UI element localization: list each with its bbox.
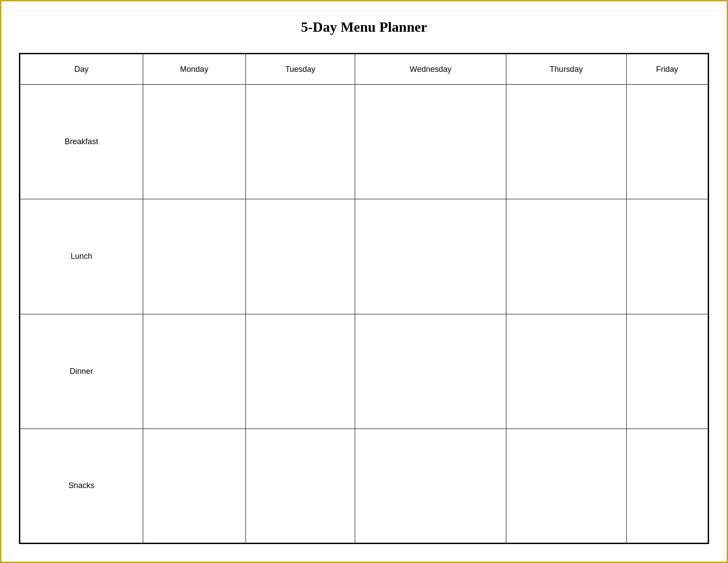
page-title: 5-Day Menu Planner — [301, 19, 427, 35]
snacks-wednesday[interactable] — [355, 429, 506, 543]
lunch-row: Lunch — [20, 199, 709, 314]
header-row: Day Monday Tuesday Wednesday Thursday Fr… — [20, 54, 709, 85]
lunch-friday[interactable] — [626, 199, 708, 314]
breakfast-label: Breakfast — [20, 85, 143, 199]
dinner-friday[interactable] — [626, 314, 708, 429]
lunch-label: Lunch — [20, 199, 143, 314]
lunch-monday[interactable] — [143, 199, 245, 314]
breakfast-monday[interactable] — [143, 85, 245, 199]
dinner-row: Dinner — [20, 314, 709, 429]
header-tuesday: Tuesday — [245, 54, 355, 85]
dinner-wednesday[interactable] — [355, 314, 506, 429]
snacks-friday[interactable] — [626, 429, 708, 543]
lunch-wednesday[interactable] — [355, 199, 506, 314]
snacks-monday[interactable] — [143, 429, 245, 543]
snacks-tuesday[interactable] — [245, 429, 355, 543]
dinner-thursday[interactable] — [506, 314, 626, 429]
lunch-tuesday[interactable] — [245, 199, 355, 314]
dinner-tuesday[interactable] — [245, 314, 355, 429]
header-day: Day — [20, 54, 143, 85]
snacks-row: Snacks — [20, 429, 709, 543]
snacks-label: Snacks — [20, 429, 143, 543]
header-thursday: Thursday — [506, 54, 626, 85]
breakfast-thursday[interactable] — [506, 85, 626, 199]
menu-planner-table: Day Monday Tuesday Wednesday Thursday Fr… — [19, 53, 709, 544]
header-friday: Friday — [626, 54, 708, 85]
breakfast-row: Breakfast — [20, 85, 709, 199]
breakfast-friday[interactable] — [626, 85, 708, 199]
lunch-thursday[interactable] — [506, 199, 626, 314]
dinner-monday[interactable] — [143, 314, 245, 429]
header-monday: Monday — [143, 54, 245, 85]
dinner-label: Dinner — [20, 314, 143, 429]
header-wednesday: Wednesday — [355, 54, 506, 85]
breakfast-tuesday[interactable] — [245, 85, 355, 199]
breakfast-wednesday[interactable] — [355, 85, 506, 199]
snacks-thursday[interactable] — [506, 429, 626, 543]
